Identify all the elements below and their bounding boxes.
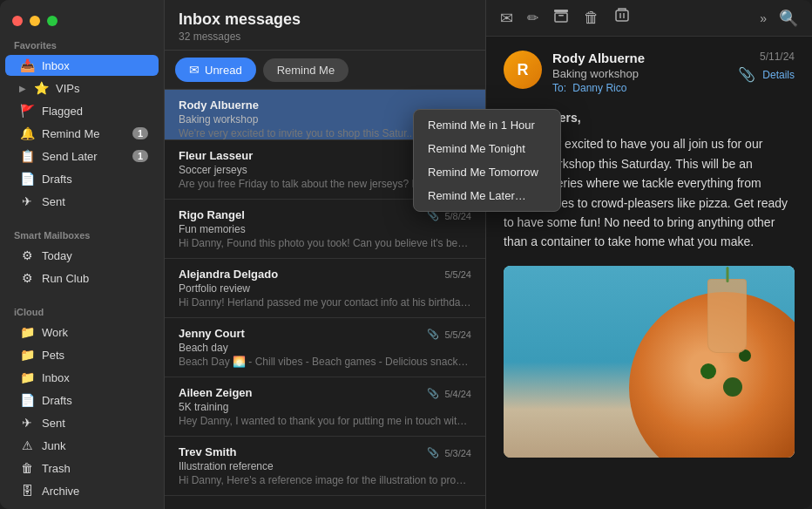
sender-fleur: Fleur Lasseur: [179, 149, 253, 162]
sidebar-item-archive[interactable]: 🗄 Archive: [5, 480, 159, 501]
sidebar-item-label: Sent: [42, 417, 148, 430]
remind-tonight-option[interactable]: Remind Me Tonight: [417, 137, 557, 160]
message-header-aileen: Aileen Zeigen 📎 5/4/24: [179, 386, 471, 399]
icloud-inbox-icon: 📁: [19, 370, 35, 384]
maximize-button[interactable]: [47, 16, 58, 26]
date-aileen: 5/4/24: [444, 389, 471, 399]
preview-aileen: Hey Danny, I wanted to thank you for put…: [179, 415, 471, 427]
main-window: Favorites 📥 Inbox ▶ ⭐ VIPs 🚩 Flagged 🔔 R…: [0, 0, 812, 509]
unread-btn-label: Unread: [205, 64, 242, 77]
sidebar-item-label: Inbox: [42, 59, 148, 72]
sender-avatar: R: [504, 51, 542, 89]
detail-pane: ✉ ✏ 🗑: [486, 0, 812, 509]
preview-alejandra: Hi Danny! Herland passed me your contact…: [179, 296, 471, 309]
date-rigo: 5/8/24: [444, 211, 471, 221]
sidebar-item-label: Archive: [42, 485, 148, 498]
sidebar-item-label: Run Club: [42, 272, 148, 285]
email-from: Rody Albuerne: [552, 51, 727, 65]
sidebar-item-remind-me[interactable]: 🔔 Remind Me 1: [5, 123, 159, 144]
attachment-icon-trev: 📎: [427, 447, 439, 458]
more-icon[interactable]: »: [760, 11, 765, 25]
subject-alejandra: Portfolio review: [179, 282, 471, 295]
delete-icon[interactable]: 🗑: [584, 9, 599, 27]
sidebar-item-inbox[interactable]: 📥 Inbox: [5, 55, 159, 76]
icloud-drafts-icon: 📄: [19, 393, 35, 407]
icloud-sent-icon: ✈: [19, 416, 35, 430]
new-message-icon[interactable]: ✉: [500, 9, 513, 28]
sidebar-item-label: Drafts: [42, 173, 148, 186]
email-date: 5/11/24: [760, 51, 795, 63]
remind-later-option[interactable]: Remind Me Later…: [417, 184, 557, 207]
inbox-title: Inbox messages: [179, 10, 471, 29]
sidebar-item-drafts[interactable]: 📄 Drafts: [5, 168, 159, 189]
work-folder-icon: 📁: [19, 325, 35, 339]
message-item-aileen[interactable]: Aileen Zeigen 📎 5/4/24 5K training Hey D…: [165, 377, 485, 437]
subject-trev: Illustration reference: [179, 460, 471, 472]
remind-1hr-option[interactable]: Remind Me in 1 Hour: [417, 113, 557, 137]
sidebar-item-trash[interactable]: 🗑 Trash: [5, 458, 159, 478]
sidebar-item-today[interactable]: ⚙ Today: [5, 245, 159, 266]
email-header: R Rody Albuerne Baking workshop To: Dann…: [504, 51, 795, 94]
message-header-alejandra: Alejandra Delgado 5/5/24: [179, 268, 471, 281]
message-item-jenny[interactable]: Jenny Court 📎 5/5/24 Beach day Beach Day…: [165, 318, 485, 377]
svg-rect-3: [616, 10, 628, 21]
sidebar-item-icloud-sent[interactable]: ✈ Sent: [5, 412, 159, 433]
sidebar: Favorites 📥 Inbox ▶ ⭐ VIPs 🚩 Flagged 🔔 R…: [0, 0, 164, 509]
sidebar-item-junk[interactable]: ⚠ Junk: [5, 435, 159, 456]
message-count: 32 messages: [179, 31, 471, 43]
message-item-alejandra[interactable]: Alejandra Delgado 5/5/24 Portfolio revie…: [165, 259, 485, 318]
favorites-section-label: Favorites: [0, 33, 164, 54]
sender-rody: Rody Albuerne: [179, 98, 259, 112]
pizza-visual: [504, 266, 795, 458]
compose-icon[interactable]: ✏: [527, 10, 538, 26]
inbox-icon: 📥: [19, 58, 35, 72]
remind-dropdown: Remind Me in 1 Hour Remind Me Tonight Re…: [413, 109, 561, 212]
remind-tomorrow-option[interactable]: Remind Me Tomorrow: [417, 160, 557, 184]
to-recipient: Danny Rico: [572, 82, 626, 94]
message-header-jenny: Jenny Court 📎 5/5/24: [179, 327, 471, 340]
avatar-initials: R: [518, 61, 529, 79]
sidebar-item-label: Junk: [42, 439, 148, 452]
sidebar-item-pets[interactable]: 📁 Pets: [5, 344, 159, 365]
attachment-icon-jenny: 📎: [427, 329, 439, 340]
sidebar-item-work[interactable]: 📁 Work: [5, 322, 159, 343]
attachment-icon-aileen: 📎: [427, 388, 439, 399]
vip-arrow-icon: ▶: [19, 84, 26, 93]
sender-jenny: Jenny Court: [179, 327, 245, 340]
minimize-button[interactable]: [30, 16, 40, 26]
email-meta: Rody Albuerne Baking workshop To: Danny …: [552, 51, 727, 94]
icloud-section-label: iCloud: [0, 300, 164, 321]
detail-toolbar: ✉ ✏ 🗑: [486, 0, 812, 37]
subject-aileen: 5K training: [179, 401, 471, 413]
email-subject: Baking workshop: [552, 67, 727, 80]
details-link[interactable]: Details: [762, 69, 795, 81]
sidebar-item-run-club[interactable]: ⚙ Run Club: [5, 268, 159, 288]
remind-me-icon: 🔔: [19, 126, 35, 140]
unread-filter-button[interactable]: ✉ Unread: [175, 58, 256, 82]
sidebar-item-label: Remind Me: [42, 127, 125, 140]
sidebar-item-vips[interactable]: ▶ ⭐ VIPs: [5, 78, 159, 98]
sidebar-item-icloud-drafts[interactable]: 📄 Drafts: [5, 390, 159, 411]
close-button[interactable]: [12, 16, 23, 26]
preview-rigo: Hi Danny, Found this photo you took! Can…: [179, 237, 471, 249]
date-alejandra: 5/5/24: [444, 269, 471, 280]
sidebar-item-flagged[interactable]: 🚩 Flagged: [5, 100, 159, 121]
sidebar-item-send-later[interactable]: 📋 Send Later 1: [5, 146, 159, 166]
sidebar-item-label: Today: [42, 249, 148, 262]
message-list-pane: Inbox messages 32 messages ✉ Unread Remi…: [164, 0, 486, 509]
send-later-icon: 📋: [19, 149, 35, 163]
search-icon[interactable]: 🔍: [779, 9, 798, 28]
subject-jenny: Beach day: [179, 342, 471, 354]
email-to: To: Danny Rico: [552, 82, 727, 94]
junk-msg-icon[interactable]: [613, 7, 631, 29]
sidebar-item-icloud-inbox[interactable]: 📁 Inbox: [5, 367, 159, 388]
vip-icon: ⭐: [33, 81, 49, 95]
message-item-trev[interactable]: Trev Smith 📎 5/3/24 Illustration referen…: [165, 437, 485, 496]
sidebar-item-label: Sent: [42, 195, 148, 208]
archive-msg-icon[interactable]: [552, 7, 570, 29]
to-label: To:: [552, 82, 566, 94]
unread-btn-icon: ✉: [189, 63, 200, 77]
date-jenny: 5/5/24: [444, 329, 471, 340]
remind-filter-button[interactable]: Remind Me: [263, 58, 348, 82]
sidebar-item-sent[interactable]: ✈ Sent: [5, 191, 159, 212]
